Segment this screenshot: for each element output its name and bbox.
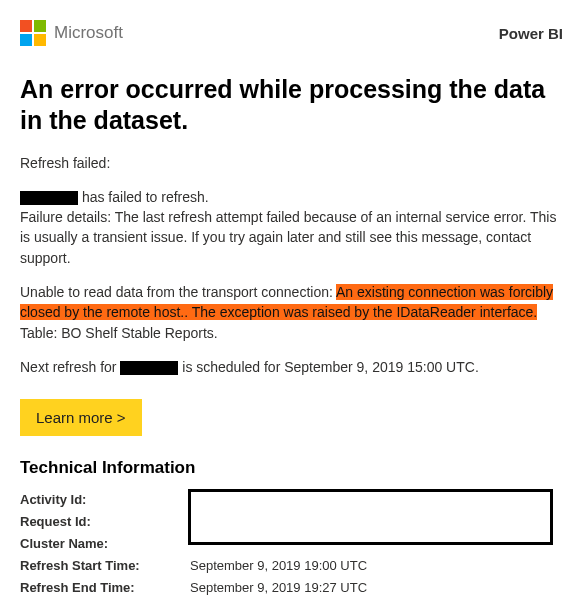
microsoft-logo-icon [20, 20, 46, 46]
refresh-start-value: September 9, 2019 19:00 UTC [190, 558, 563, 573]
technical-info-heading: Technical Information [20, 458, 563, 478]
redacted-tech-values [188, 489, 553, 545]
failed-suffix: has failed to refresh. [82, 189, 209, 205]
table-row: Refresh Start Time: September 9, 2019 19… [20, 558, 563, 576]
error-message: Unable to read data from the transport c… [20, 282, 563, 343]
page-title: An error occurred while processing the d… [20, 74, 563, 137]
microsoft-logo: Microsoft [20, 20, 123, 46]
cluster-name-label: Cluster Name: [20, 536, 190, 551]
redacted-dataset-name [20, 191, 78, 205]
failure-block: has failed to refresh. Failure details: … [20, 187, 563, 268]
failure-details: Failure details: The last refresh attemp… [20, 209, 556, 266]
header: Microsoft Power BI [20, 20, 563, 46]
product-name: Power BI [499, 25, 563, 42]
activity-id-label: Activity Id: [20, 492, 190, 507]
learn-more-button[interactable]: Learn more > [20, 399, 142, 436]
next-refresh-line: Next refresh for is scheduled for Septem… [20, 357, 563, 377]
refresh-failed-label: Refresh failed: [20, 153, 563, 173]
unable-suffix: Table: BO Shelf Stable Reports. [20, 325, 218, 341]
next-refresh-suffix: is scheduled for September 9, 2019 15:00… [178, 359, 478, 375]
redacted-dataset-name-2 [120, 361, 178, 375]
refresh-end-label: Refresh End Time: [20, 580, 190, 595]
request-id-label: Request Id: [20, 514, 190, 529]
refresh-end-value: September 9, 2019 19:27 UTC [190, 580, 563, 595]
table-row: Refresh End Time: September 9, 2019 19:2… [20, 580, 563, 598]
brand-name: Microsoft [54, 23, 123, 43]
refresh-start-label: Refresh Start Time: [20, 558, 190, 573]
next-refresh-prefix: Next refresh for [20, 359, 120, 375]
technical-info-table: Activity Id: Request Id: Cluster Name: R… [20, 492, 563, 598]
unable-prefix: Unable to read data from the transport c… [20, 284, 336, 300]
